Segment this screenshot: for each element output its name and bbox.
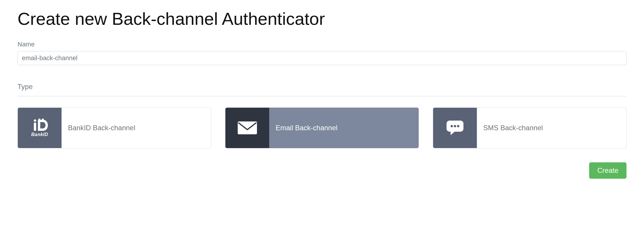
svg-rect-3 — [42, 119, 44, 121]
svg-marker-6 — [451, 131, 455, 135]
envelope-icon — [225, 108, 269, 148]
type-option-label: BankID Back-channel — [68, 124, 135, 132]
type-option-label: Email Back-channel — [276, 124, 337, 132]
type-cards: BankID BankID Back-channel Email Back-ch… — [18, 107, 626, 148]
type-option-sms[interactable]: SMS Back-channel — [433, 107, 626, 148]
chat-icon — [433, 108, 477, 148]
create-button[interactable]: Create — [589, 162, 626, 179]
svg-point-0 — [34, 119, 36, 122]
svg-rect-1 — [34, 123, 36, 131]
svg-point-8 — [454, 125, 456, 127]
svg-point-7 — [451, 125, 453, 127]
name-label: Name — [18, 41, 626, 48]
type-option-bankid[interactable]: BankID BankID Back-channel — [18, 107, 211, 148]
bankid-icon: BankID — [18, 108, 62, 148]
type-label: Type — [18, 83, 626, 91]
name-input[interactable] — [18, 51, 626, 65]
svg-rect-2 — [38, 119, 40, 121]
type-option-label: SMS Back-channel — [483, 124, 543, 132]
page-title: Create new Back-channel Authenticator — [18, 9, 626, 29]
svg-rect-4 — [238, 121, 257, 134]
actions-row: Create — [18, 162, 626, 179]
svg-point-9 — [457, 125, 459, 127]
divider — [18, 96, 626, 96]
type-option-email[interactable]: Email Back-channel — [225, 107, 419, 148]
bankid-icon-text: BankID — [31, 132, 48, 137]
